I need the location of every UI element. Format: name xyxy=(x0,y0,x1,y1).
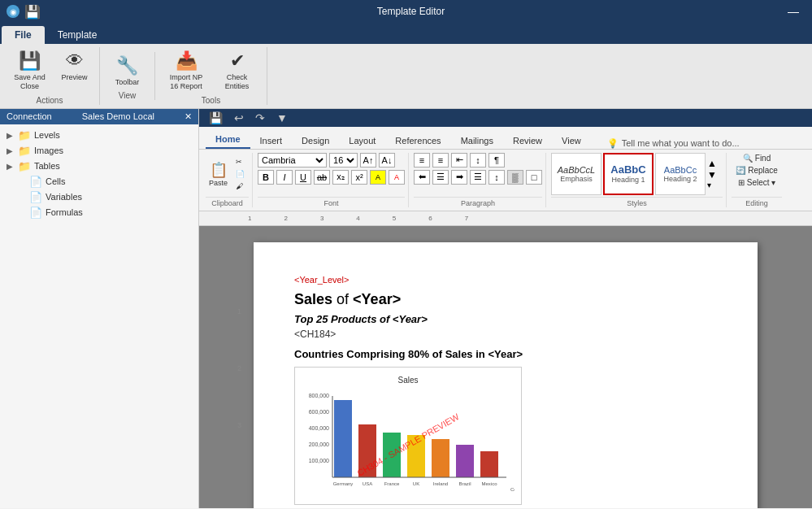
format-painter-button[interactable]: 🖌 xyxy=(232,181,249,192)
shading-button[interactable]: ▒ xyxy=(507,170,523,185)
view-label: View xyxy=(119,91,137,100)
import-np-button[interactable]: 📥 Import NP 16 Report xyxy=(162,47,211,94)
underline-button[interactable]: U xyxy=(295,170,311,185)
word-tab-view[interactable]: View xyxy=(552,133,591,149)
font-shrink-button[interactable]: A↓ xyxy=(379,153,395,167)
align-left-button[interactable]: ⬅ xyxy=(414,170,430,185)
tools-label: Tools xyxy=(202,96,220,105)
font-size-select[interactable]: 16 xyxy=(329,153,358,167)
line-spacing-button[interactable]: ↕ xyxy=(489,170,505,185)
svg-rect-5 xyxy=(334,400,352,477)
word-tab-references[interactable]: References xyxy=(385,133,450,149)
word-tab-insert[interactable]: Insert xyxy=(250,133,293,149)
quick-save-icon[interactable]: 💾 xyxy=(24,4,41,20)
justify-button[interactable]: ☰ xyxy=(470,170,486,185)
style-heading1[interactable]: AaBbC Heading 1 xyxy=(603,153,654,195)
copy-button[interactable]: 📄 xyxy=(232,168,249,180)
strikethrough-button[interactable]: ab xyxy=(314,170,330,185)
ribbon-group-tools: 📥 Import NP 16 Report ✔ Check Entities T… xyxy=(162,47,267,105)
bold-button[interactable]: B xyxy=(258,170,274,185)
styles-group: AaBbCcL Emphasis AaBbC Heading 1 AaBbCc … xyxy=(548,153,727,207)
word-redo-icon[interactable]: ↷ xyxy=(252,111,268,125)
align-center-button[interactable]: ☰ xyxy=(432,170,449,185)
cut-icon: ✂ xyxy=(236,158,242,166)
view-buttons: 🔧 Toolbar xyxy=(109,52,145,89)
save-and-close-button[interactable]: 💾 Save And Close xyxy=(7,47,53,94)
word-tab-design[interactable]: Design xyxy=(292,133,339,149)
show-marks-button[interactable]: ¶ xyxy=(489,153,505,167)
sidebar-item-formulas[interactable]: 📄 Formulas xyxy=(3,205,195,220)
borders-button[interactable]: □ xyxy=(526,170,542,185)
indent-decrease-button[interactable]: ⇤ xyxy=(451,153,467,167)
svg-text:Mexico: Mexico xyxy=(481,481,497,486)
subscript-button[interactable]: x₂ xyxy=(332,170,349,185)
toolbar-button[interactable]: 🔧 Toolbar xyxy=(109,52,145,89)
word-ribbon-content: 📋 Paste ✂ 📄 🖌 xyxy=(199,150,812,211)
word-tab-home[interactable]: Home xyxy=(206,131,250,149)
word-undo-icon[interactable]: ↩ xyxy=(231,111,247,125)
font-color-button[interactable]: A xyxy=(389,170,405,185)
paste-button[interactable]: 📋 Paste xyxy=(206,159,231,189)
clipboard-inner: 📋 Paste ✂ 📄 🖌 xyxy=(206,153,249,195)
word-tab-mailings[interactable]: Mailings xyxy=(451,133,503,149)
sales-title: Sales of <Year> xyxy=(294,291,717,308)
text-highlight-button[interactable]: A xyxy=(370,170,386,185)
style-heading2[interactable]: AaBbCc Heading 2 xyxy=(655,153,706,195)
number-list-button[interactable]: ≡ xyxy=(432,153,449,167)
replace-button[interactable]: 🔄 Replace xyxy=(732,165,781,176)
tab-file[interactable]: File xyxy=(2,26,45,44)
word-save-icon[interactable]: 💾 xyxy=(206,111,226,125)
styles-inner: AaBbCcL Emphasis AaBbC Heading 1 AaBbCc … xyxy=(551,153,723,195)
svg-rect-8 xyxy=(407,435,425,477)
styles-up-icon[interactable]: ▲ xyxy=(707,158,717,169)
import-icon: 📥 xyxy=(176,50,198,72)
select-button[interactable]: ⊞ Select ▾ xyxy=(735,177,779,188)
italic-button[interactable]: I xyxy=(276,170,293,185)
page-margin-numbers: 1 2 3 xyxy=(237,307,241,429)
sidebar-item-levels[interactable]: ▶ 📁 Levels xyxy=(3,128,195,143)
cut-button[interactable]: ✂ xyxy=(232,156,249,167)
preview-button[interactable]: 👁 Preview xyxy=(56,47,93,94)
svg-text:France: France xyxy=(384,481,400,486)
ribbon-tabs: File Template xyxy=(0,23,812,44)
find-button[interactable]: 🔍 Find xyxy=(740,153,774,163)
editing-label: Editing xyxy=(732,197,782,207)
check-icon: ✔ xyxy=(230,50,245,72)
style-emphasis[interactable]: AaBbCcL Emphasis xyxy=(551,153,601,195)
sidebar-item-cells[interactable]: 📄 Cells xyxy=(3,174,195,189)
svg-text:Ireland: Ireland xyxy=(433,481,448,486)
sidebar-content: ▶ 📁 Levels ▶ 📁 Images ▶ 📁 Tables 📄 Cells xyxy=(0,124,198,508)
close-sidebar-icon[interactable]: ✕ xyxy=(185,111,192,122)
font-grow-button[interactable]: A↑ xyxy=(360,153,376,167)
sort-button[interactable]: ↕ xyxy=(470,153,486,167)
tab-template[interactable]: Template xyxy=(45,26,111,44)
document-page[interactable]: <Year_Level> Sales of <Year> Top 25 Prod… xyxy=(254,242,758,508)
svg-text:USA: USA xyxy=(363,481,372,486)
styles-down-icon[interactable]: ▼ xyxy=(707,169,717,181)
word-quick-access: 💾 ↩ ↷ ▼ xyxy=(199,109,812,127)
font-name-select[interactable]: Cambria xyxy=(258,153,327,167)
tell-me-field[interactable]: Tell me what you want to do... xyxy=(622,138,740,148)
document-scroll[interactable]: 1 2 3 <Year_Level> Sales of <Year> Top 2… xyxy=(199,226,812,508)
word-tab-review[interactable]: Review xyxy=(503,133,552,149)
styles-more-icon[interactable]: ▾ xyxy=(707,181,717,189)
word-customize-icon[interactable]: ▼ xyxy=(273,111,291,125)
main-ribbon: 💾 Save And Close 👁 Preview Actions 🔧 Too… xyxy=(0,44,812,109)
font-group: Cambria 16 A↑ A↓ B I U ab xyxy=(254,153,409,207)
sidebar-item-tables[interactable]: ▶ 📁 Tables xyxy=(3,159,195,174)
clipboard-label: Clipboard xyxy=(206,197,249,207)
sidebar-item-images[interactable]: ▶ 📁 Images xyxy=(3,143,195,159)
svg-text:UK: UK xyxy=(413,481,419,486)
replace-icon: 🔄 xyxy=(736,166,745,175)
bullet-list-button[interactable]: ≡ xyxy=(414,153,430,167)
word-tab-layout[interactable]: Layout xyxy=(339,133,385,149)
chart-svg: 800,000 600,000 400,000 200,000 100,000 xyxy=(303,388,515,494)
svg-rect-9 xyxy=(432,439,449,477)
check-entities-button[interactable]: ✔ Check Entities xyxy=(214,47,260,94)
superscript-button[interactable]: x² xyxy=(351,170,367,185)
align-right-button[interactable]: ➡ xyxy=(451,170,467,185)
actions-buttons: 💾 Save And Close 👁 Preview xyxy=(7,47,93,94)
font-format-row: B I U ab x₂ x² A A xyxy=(258,170,405,185)
sidebar-item-variables[interactable]: 📄 Variables xyxy=(3,189,195,205)
minimize-button[interactable]: — xyxy=(781,3,805,20)
